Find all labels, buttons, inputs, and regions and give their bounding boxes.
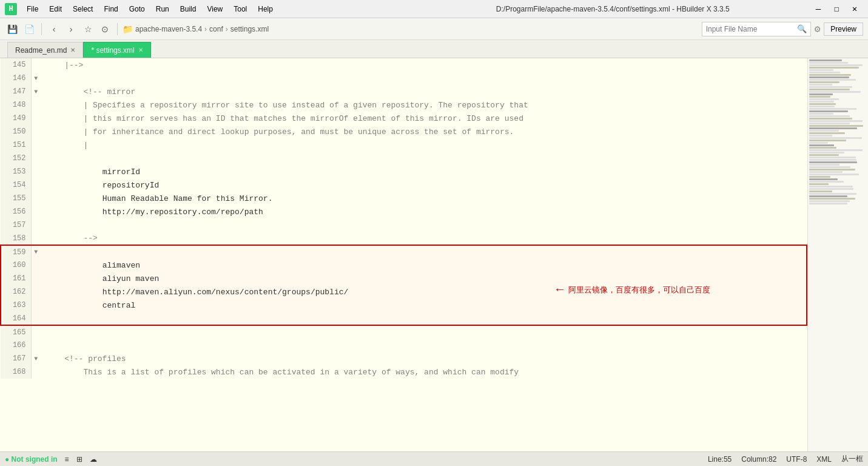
breadcrumb-sep1: › <box>204 25 207 33</box>
back-button[interactable]: ‹ <box>47 22 61 36</box>
menu-find[interactable]: Find <box>99 4 123 15</box>
table-row: 161 aliyun maven <box>1 272 807 285</box>
code-line[interactable] <box>41 325 807 339</box>
menu-edit[interactable]: Edit <box>44 4 67 15</box>
fold-toggle[interactable]: ▼ <box>31 245 41 258</box>
code-line[interactable]: | this mirror serves has an ID that matc… <box>41 112 807 125</box>
menu-build[interactable]: Build <box>175 4 201 15</box>
code-line[interactable]: http://maven.aliyun.com/nexus/content/gr… <box>41 285 807 299</box>
code-line[interactable]: --> <box>41 232 807 245</box>
line-number: 164 <box>1 312 31 325</box>
code-line[interactable]: <!-- profiles <box>41 352 807 365</box>
code-editor[interactable]: 145 |-->146▼ 147▼ <!-- mirror148 | Speci… <box>0 58 807 451</box>
code-line[interactable]: | Specifies a repository mirror site to … <box>41 98 807 112</box>
fold-toggle <box>31 272 41 285</box>
forward-button[interactable]: › <box>64 22 78 36</box>
line-info: Line:55 <box>708 455 732 464</box>
breadcrumb-sep2: › <box>226 25 228 33</box>
breadcrumb-root[interactable]: apache-maven-3.5.4 <box>135 25 202 33</box>
new-file-button[interactable]: 📄 <box>22 22 36 36</box>
code-line[interactable] <box>41 312 807 325</box>
tab-readme-close[interactable]: ✕ <box>70 47 75 53</box>
encoding-info[interactable]: UTF-8 <box>786 455 807 464</box>
menu-goto[interactable]: Goto <box>124 4 150 15</box>
tabs-bar: Readme_en.md ✕ * settings.xml ✕ <box>0 40 868 58</box>
tab-settings[interactable]: * settings.xml ✕ <box>83 42 150 58</box>
code-line[interactable] <box>41 245 807 258</box>
line-number: 148 <box>1 98 31 112</box>
fold-toggle[interactable]: ▼ <box>31 72 41 85</box>
file-type-info[interactable]: XML <box>816 455 832 464</box>
fold-toggle <box>31 232 41 245</box>
line-number: 154 <box>1 178 31 192</box>
table-row: 156 http://my.repository.com/repo/path <box>1 205 807 218</box>
status-icon-3[interactable]: ☁ <box>90 455 97 464</box>
toolbar: 💾 📄 ‹ › ☆ ⊙ 📁 apache-maven-3.5.4 › conf … <box>0 18 868 40</box>
minimap[interactable] <box>807 58 868 451</box>
code-line[interactable] <box>41 152 807 165</box>
menu-select[interactable]: Select <box>68 4 98 15</box>
fold-toggle <box>31 192 41 205</box>
code-line[interactable]: Human Readable Name for this Mirror. <box>41 192 807 205</box>
fold-toggle <box>31 125 41 138</box>
minimap-content <box>808 58 868 206</box>
file-search-input[interactable] <box>706 25 797 33</box>
status-icon-2[interactable]: ⊞ <box>76 455 82 464</box>
title-bar: H File Edit Select Find Goto Run Build V… <box>0 0 868 18</box>
code-line[interactable]: http://my.repository.com/repo/path <box>41 205 807 218</box>
line-number: 152 <box>1 152 31 165</box>
code-line[interactable] <box>41 72 807 85</box>
table-row: 157 <box>1 218 807 232</box>
line-number: 159 <box>1 245 31 258</box>
save-button[interactable]: 💾 <box>5 22 19 36</box>
menu-help[interactable]: Help <box>253 4 278 15</box>
code-line[interactable]: mirrorId <box>41 165 807 178</box>
close-button[interactable]: ✕ <box>846 2 863 16</box>
fold-toggle[interactable]: ▼ <box>31 85 41 98</box>
code-line[interactable] <box>41 339 807 352</box>
preview-button[interactable]: Preview <box>824 22 863 36</box>
menu-view[interactable]: View <box>202 4 227 15</box>
history-button[interactable]: ⊙ <box>98 22 112 36</box>
fold-toggle <box>31 339 41 352</box>
status-icon-1[interactable]: ≡ <box>65 455 69 464</box>
table-row: 146▼ <box>1 72 807 85</box>
file-search-box[interactable]: 🔍 <box>702 22 811 36</box>
code-line[interactable]: This is a list of profiles which can be … <box>41 365 807 379</box>
line-number: 147 <box>1 85 31 98</box>
fold-toggle <box>31 98 41 112</box>
breadcrumb-file[interactable]: settings.xml <box>230 25 269 33</box>
folder-icon: 📁 <box>123 24 133 34</box>
code-line[interactable]: |--> <box>41 58 807 72</box>
filter-icon[interactable]: ⚙ <box>815 23 821 35</box>
table-row: 149 | this mirror serves has an ID that … <box>1 112 807 125</box>
tab-settings-close[interactable]: ✕ <box>138 47 143 53</box>
code-line[interactable]: alimaven <box>41 258 807 272</box>
app-logo: H <box>5 3 17 15</box>
code-line[interactable]: | for inheritance and direct lookup purp… <box>41 125 807 138</box>
menu-file[interactable]: File <box>22 4 43 15</box>
table-row: 160 alimaven <box>1 258 807 272</box>
code-line[interactable]: central <box>41 299 807 312</box>
code-line[interactable]: <!-- mirror <box>41 85 807 98</box>
fold-toggle[interactable]: ▼ <box>31 352 41 365</box>
bookmark-button[interactable]: ☆ <box>81 22 95 36</box>
menu-tool[interactable]: Tool <box>229 4 252 15</box>
minimize-button[interactable]: — <box>810 2 827 16</box>
line-number: 166 <box>1 339 31 352</box>
sign-in-status[interactable]: ● Not signed in <box>5 455 58 464</box>
code-line[interactable]: aliyun maven <box>41 272 807 285</box>
code-line[interactable] <box>41 218 807 232</box>
extra-info: 从一框 <box>841 454 863 464</box>
fold-toggle <box>31 112 41 125</box>
maximize-button[interactable]: ☐ <box>828 2 845 16</box>
fold-toggle <box>31 152 41 165</box>
breadcrumb-sub[interactable]: conf <box>209 25 223 33</box>
code-line[interactable]: | <box>41 138 807 152</box>
tab-readme[interactable]: Readme_en.md ✕ <box>7 42 83 58</box>
code-line[interactable]: repositoryId <box>41 178 807 192</box>
table-row: 153 mirrorId <box>1 165 807 178</box>
menu-run[interactable]: Run <box>151 4 174 15</box>
fold-toggle <box>31 178 41 192</box>
line-number: 160 <box>1 258 31 272</box>
